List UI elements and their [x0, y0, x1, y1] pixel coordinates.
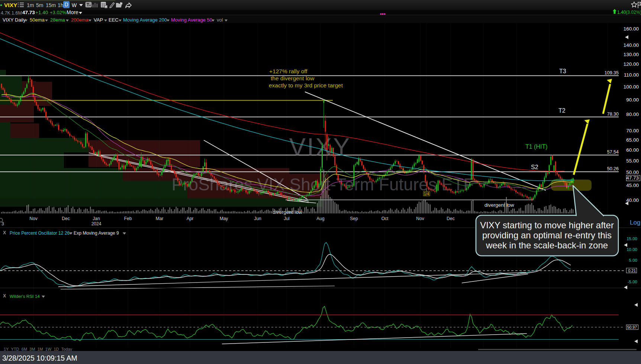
svg-text:50.00: 50.00 [626, 170, 639, 175]
svg-text:160.00: 160.00 [624, 26, 639, 32]
svg-text:110.00: 110.00 [624, 72, 639, 78]
svg-text:47.73: 47.73 [626, 175, 639, 181]
svg-text:70.00: 70.00 [626, 128, 639, 133]
svg-text:Nov: Nov [416, 216, 424, 221]
svg-text:Log: Log [630, 219, 640, 226]
svg-text:Mar: Mar [156, 216, 164, 221]
svg-text:55.00: 55.00 [626, 158, 639, 164]
svg-text:60.00: 60.00 [626, 147, 639, 153]
svg-text:VIXY: VIXY [289, 133, 351, 161]
svg-text:T2: T2 [558, 107, 566, 114]
svg-text:Nov: Nov [29, 216, 37, 221]
svg-text:Jul: Jul [284, 216, 289, 221]
svg-text:Aug: Aug [316, 216, 324, 221]
svg-text:140.00: 140.00 [624, 42, 639, 48]
svg-text:X: X [3, 230, 6, 235]
svg-text:VIXY starting to move higher a: VIXY starting to move higher after [480, 220, 614, 230]
svg-text:Dec: Dec [62, 216, 70, 221]
svg-text:Dec: Dec [447, 216, 454, 221]
svg-text:+127% rally off: +127% rally off [269, 68, 307, 74]
svg-text:100.00: 100.00 [624, 84, 639, 90]
svg-text:2024: 2024 [91, 221, 102, 226]
svg-text:10.00: 10.00 [626, 247, 637, 252]
svg-text:130.00: 130.00 [624, 52, 639, 57]
svg-text:exactly to my 3rd price target: exactly to my 3rd price target [269, 82, 343, 88]
svg-text:Oct: Oct [381, 216, 389, 221]
svg-text:50.97: 50.97 [627, 325, 637, 329]
svg-text:Feb: Feb [124, 216, 132, 221]
svg-text:T3: T3 [559, 68, 566, 74]
svg-text:Jun: Jun [254, 216, 261, 221]
svg-text:0.21: 0.21 [628, 268, 636, 273]
svg-text:90.00: 90.00 [626, 97, 639, 103]
svg-text:120.00: 120.00 [624, 61, 639, 67]
svg-text:Wilder's RSI 14: Wilder's RSI 14 [10, 294, 40, 299]
svg-text:15.00: 15.00 [626, 236, 637, 241]
svg-text:5.00: 5.00 [629, 258, 637, 262]
svg-text:Jan: Jan [93, 216, 100, 221]
svg-text:Price Percent Oscillator 12 26: Price Percent Oscillator 12 26 [10, 231, 70, 236]
svg-text:Apr: Apr [187, 216, 194, 221]
svg-text:-5.00: -5.00 [628, 280, 637, 284]
svg-text:80.00: 80.00 [626, 112, 639, 117]
svg-text:50.26: 50.26 [607, 166, 619, 171]
svg-text:providing an optimal re-entry: providing an optimal re-entry this [482, 230, 612, 240]
svg-text:the divergent low: the divergent low [271, 75, 315, 81]
svg-text:3: 3 [1, 221, 4, 226]
svg-text:X: X [3, 293, 6, 299]
svg-text:57.54: 57.54 [607, 149, 619, 155]
svg-text:May: May [220, 216, 228, 221]
svg-text:Exp Moving Average 9: Exp Moving Average 9 [74, 231, 119, 236]
svg-text:45.00: 45.00 [626, 183, 639, 188]
svg-text:65.00: 65.00 [626, 137, 639, 143]
svg-text:divergent low: divergent low [484, 202, 514, 208]
svg-text:S2: S2 [531, 164, 538, 170]
svg-text:109.35: 109.35 [605, 70, 619, 75]
svg-text:Sep: Sep [350, 216, 358, 221]
svg-text:week in the scale-back-in zone: week in the scale-back-in zone [486, 240, 608, 250]
svg-text:78.30: 78.30 [607, 112, 619, 117]
svg-text:T1 (HIT): T1 (HIT) [525, 144, 548, 150]
